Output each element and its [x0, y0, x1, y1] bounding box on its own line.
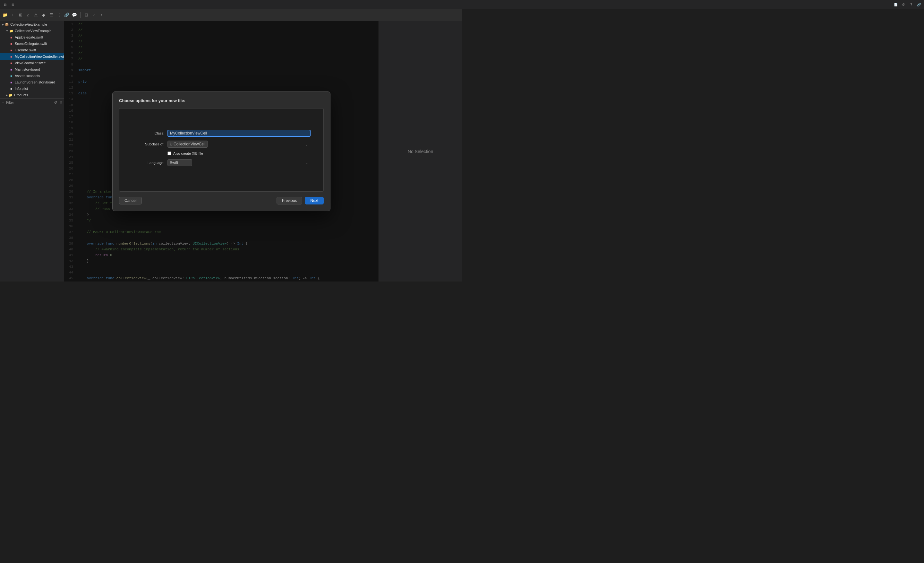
mainstoryboard-icon: ■ — [9, 67, 14, 72]
class-input[interactable] — [168, 130, 310, 137]
class-row: Class: — [119, 130, 323, 137]
breakpoint-icon[interactable]: ◆ — [40, 12, 47, 18]
sidebar-appdelegate-label: AppDelegate.swift — [15, 35, 44, 39]
sidebar-item-viewcontroller[interactable]: ■ ViewController.swift — [0, 60, 64, 66]
sidebar-item-infoplist[interactable]: ■ Info.plist — [0, 86, 64, 92]
userinfo-icon: ■ — [9, 48, 14, 52]
xib-checkbox-label: Also create XIB file — [173, 152, 203, 155]
nav-fwd-icon[interactable]: › — [99, 12, 105, 18]
sidebar-products-label: Products — [14, 93, 28, 97]
toolbar: 📁 + ⊞ ⌕ ⚠ ◆ ☰ ⋮ 🔗 💬 ⊟ ‹ › — [0, 9, 462, 21]
viewcontroller-icon: ■ — [9, 61, 14, 65]
add-filter-icon[interactable]: + — [2, 100, 4, 105]
subclass-row: Subclass of: UICollectionViewCell UITabl… — [119, 141, 323, 148]
sidebar-item-assets[interactable]: ■ Assets.xcassets — [0, 72, 64, 79]
list-icon[interactable]: ☰ — [48, 12, 54, 18]
language-select[interactable]: Swift Objective-C — [168, 159, 192, 166]
appdelegate-icon: ■ — [9, 35, 14, 39]
code-area: 1 // 2 // 3 // 4 // 5 // 6 // — [64, 21, 379, 281]
assets-icon: ■ — [9, 74, 14, 78]
right-panel: ⊟ ⊞ 📄 ⏱ ? 🔗 No Selection — [379, 21, 462, 281]
sidebar-mainstoryboard-label: Main.storyboard — [15, 68, 40, 71]
form-area: Class: Subclass of: UICollectionViewCell… — [119, 123, 323, 177]
sidebar-scenedelegate-label: SceneDelegate.swift — [15, 42, 47, 46]
language-row: Language: Swift Objective-C — [119, 159, 323, 166]
myvccontroller-icon: ■ — [9, 54, 14, 59]
dialog-title: Choose options for your new file: — [119, 98, 324, 103]
sidebar-item-mainstoryboard[interactable]: ■ Main.storyboard — [0, 66, 64, 72]
dialog-overlay: Choose options for your new file: Class:… — [64, 21, 379, 281]
cancel-button[interactable]: Cancel — [119, 197, 142, 204]
grid-icon[interactable]: ⊞ — [17, 12, 24, 18]
layout-icon[interactable]: ⊟ — [83, 12, 90, 18]
sidebar-infoplist-label: Info.plist — [15, 87, 28, 90]
sidebar: ▶ 📦 CollectionViewExample ▼ 📁 Collection… — [0, 21, 64, 281]
folder-icon[interactable]: 📁 — [2, 12, 8, 18]
language-label: Language: — [132, 161, 164, 165]
dialog-buttons: Cancel Previous Next — [119, 197, 324, 204]
previous-button[interactable]: Previous — [276, 197, 303, 204]
sidebar-item-launchscreen[interactable]: ■ LaunchScreen.storyboard — [0, 79, 64, 86]
class-label: Class: — [132, 131, 164, 135]
sidebar-root[interactable]: ▶ 📦 CollectionViewExample — [0, 21, 64, 28]
hierarchy-icon[interactable]: ⋮ — [56, 12, 62, 18]
sidebar-userinfo-label: UserInfo.swift — [15, 48, 36, 52]
warn-icon[interactable]: ⚠ — [33, 12, 39, 18]
sidebar-assets-label: Assets.xcassets — [15, 74, 40, 78]
sidebar-item-products[interactable]: ▶ 📁 Products — [0, 92, 64, 98]
next-button[interactable]: Next — [305, 197, 324, 204]
main-layout: ▶ 📦 CollectionViewExample ▼ 📁 Collection… — [0, 21, 462, 281]
search-icon[interactable]: ⌕ — [25, 12, 32, 18]
sort-icon[interactable]: ⊞ — [59, 100, 62, 104]
sidebar-item-myvccontroller[interactable]: ■ MyCollectionViewController.swift — [0, 53, 64, 60]
inspector-icon-1[interactable]: ⊟ — [2, 1, 8, 8]
dialog-content-area: Class: Subclass of: UICollectionViewCell… — [119, 108, 324, 192]
group-folder-icon: 📁 — [9, 29, 14, 33]
scenedelegate-icon: ■ — [9, 41, 14, 46]
root-folder-icon: 📦 — [4, 22, 9, 27]
xib-checkbox[interactable] — [168, 152, 171, 155]
toolbar-divider-1 — [80, 12, 81, 18]
products-folder-icon: 📁 — [8, 93, 13, 97]
link-icon[interactable]: 🔗 — [63, 12, 70, 18]
nav-back-icon[interactable]: ‹ — [91, 12, 97, 18]
new-file-dialog: Choose options for your new file: Class:… — [112, 92, 330, 211]
sidebar-viewcontroller-label: ViewController.swift — [15, 61, 45, 65]
sidebar-launchscreen-label: LaunchScreen.storyboard — [15, 80, 55, 84]
comment-icon[interactable]: 💬 — [71, 12, 78, 18]
sidebar-group-label: CollectionViewExample — [15, 29, 52, 33]
add-icon[interactable]: + — [10, 12, 16, 18]
inspector-icon-2[interactable]: ⊞ — [10, 1, 16, 8]
sidebar-bottom: + Filter ⏱ ⊞ — [0, 98, 64, 106]
sidebar-item-userinfo[interactable]: ■ UserInfo.swift — [0, 47, 64, 53]
infoplist-icon: ■ — [9, 86, 14, 91]
no-selection-text: No Selection — [408, 149, 433, 154]
sidebar-item-appdelegate[interactable]: ■ AppDelegate.swift — [0, 34, 64, 41]
subclass-select[interactable]: UICollectionViewCell UITableViewCell UIV… — [168, 141, 208, 148]
products-collapse-icon: ▶ — [6, 94, 8, 97]
launchscreen-icon: ■ — [9, 80, 14, 84]
language-select-wrapper: Swift Objective-C — [168, 159, 310, 166]
recent-icon[interactable]: ⏱ — [54, 101, 57, 104]
sidebar-root-label: CollectionViewExample — [10, 23, 47, 26]
sidebar-myvccontroller-label: MyCollectionViewController.swift — [15, 54, 64, 59]
btn-group-right: Previous Next — [276, 197, 324, 204]
subclass-label: Subclass of: — [132, 142, 164, 146]
root-collapse-icon: ▶ — [2, 23, 4, 26]
right-panel-toolbar: ⊟ ⊞ 📄 ⏱ ? 🔗 — [0, 0, 462, 9]
sidebar-item-cvexample-group[interactable]: ▼ 📁 CollectionViewExample — [0, 28, 64, 34]
subclass-select-wrapper: UICollectionViewCell UITableViewCell UIV… — [168, 141, 310, 148]
xib-checkbox-row: Also create XIB file — [119, 152, 323, 155]
group-collapse-icon: ▼ — [6, 30, 8, 32]
filter-label: Filter — [6, 101, 52, 104]
sidebar-item-scenedelegate[interactable]: ■ SceneDelegate.swift — [0, 41, 64, 47]
